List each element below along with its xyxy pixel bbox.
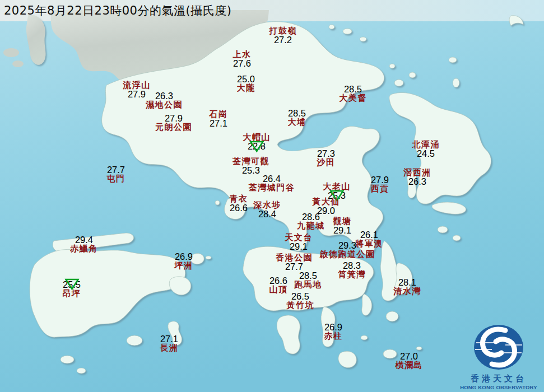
station-name: 深水埗 <box>253 201 281 209</box>
station-value: 27.1 <box>210 119 228 128</box>
station-name: 大美督 <box>339 94 367 102</box>
station-label: 26.6山頂 <box>269 276 288 294</box>
station-name: 山頂 <box>269 286 288 294</box>
station-value: 26.3 <box>146 91 183 101</box>
station-name: 清水灣 <box>393 287 421 296</box>
station-value: 28.5 <box>288 109 306 118</box>
station-value: 26.4 <box>249 174 295 184</box>
station-name: 打鼓嶺 <box>269 27 297 35</box>
station-value: 27.1 <box>160 334 179 344</box>
hko-logo: 香港天文台 HONG KONG OBSERVATORY <box>457 324 541 391</box>
station-name: 黃大仙 <box>312 198 340 206</box>
station-label: 29.3啟德跑道公園 <box>320 241 375 259</box>
station-name: 西貢 <box>371 185 389 193</box>
hko-logo-chinese: 香港天文台 <box>457 374 541 384</box>
station-value: 28.6 <box>297 212 325 222</box>
station-name: 長洲 <box>160 344 179 352</box>
station-value: 26.6 <box>269 276 288 286</box>
station-value: 26.9 <box>175 252 193 262</box>
station-value: 26.6 <box>230 203 248 213</box>
station-name: 香港公園 <box>276 254 313 262</box>
station-label: 打鼓嶺27.2 <box>269 27 297 45</box>
station-value: 27.9 <box>155 114 192 123</box>
station-label: 27.9元朗公園 <box>155 114 192 132</box>
station-name: 元朗公園 <box>155 123 192 132</box>
station-name: 流浮山 <box>123 81 151 90</box>
station-value: 29.1 <box>285 242 313 251</box>
station-label: 觀塘29.1 <box>333 217 352 235</box>
station-name: 荃灣城門谷 <box>249 184 295 192</box>
station-label: 26.5黃竹坑 <box>286 292 314 310</box>
station-name: 觀塘 <box>333 217 352 226</box>
station-label: 25.0大隴 <box>237 74 255 92</box>
station-name: 啟德跑道公園 <box>320 250 375 259</box>
station-label: 北潭涌24.5 <box>412 141 440 158</box>
station-label: 天文台29.1 <box>285 234 313 251</box>
station-label: 26.3濕地公園 <box>146 91 183 109</box>
station-name: 青衣 <box>230 195 248 203</box>
station-name: 屯門 <box>107 175 125 183</box>
station-label: 27.1長洲 <box>160 334 179 352</box>
hko-logo-icon <box>472 324 526 371</box>
station-name: 滘西洲 <box>403 169 431 177</box>
station-label: 27.9西貢 <box>371 175 389 193</box>
temperature-map-screen: 2025年8月22日23時00分的氣溫(攝氏度) 打鼓嶺27.2上水27.625… <box>0 0 544 392</box>
station-value: 29.4 <box>70 235 98 245</box>
station-value: 27.6 <box>233 59 252 68</box>
station-value: 26.3 <box>403 177 431 186</box>
station-label: 27.3沙田 <box>317 149 336 167</box>
station-label: 26.9坪洲 <box>175 252 193 270</box>
station-label: 石崗27.1 <box>210 110 228 128</box>
station-name: 沙田 <box>317 158 336 167</box>
station-name: 赤鱲角 <box>70 245 98 253</box>
station-value: 28.5 <box>294 271 322 281</box>
hko-logo-english: HONG KONG OBSERVATORY <box>457 384 541 391</box>
station-name: 筲箕灣 <box>338 270 366 279</box>
station-label: 大帽山22.8 <box>243 133 271 151</box>
station-value: 26.5 <box>286 292 314 301</box>
station-name: 北潭涌 <box>412 141 440 149</box>
station-name: 赤柱 <box>324 332 343 340</box>
station-label: 26.4荃灣城門谷 <box>249 174 295 192</box>
station-label: 27.7屯門 <box>107 165 125 183</box>
station-name: 九龍城 <box>297 222 325 230</box>
station-label: 29.4赤鱲角 <box>70 235 98 253</box>
station-label: 荃灣可觀25.3 <box>233 157 269 175</box>
station-label: 28.5大埔 <box>288 109 306 127</box>
station-label: 青衣26.6 <box>230 195 248 213</box>
station-label: 上水27.6 <box>233 50 252 68</box>
station-name: 荃灣可觀 <box>233 157 269 166</box>
station-value: 28.5 <box>339 85 367 94</box>
station-label: 27.0橫瀾島 <box>395 352 423 370</box>
station-name: 濕地公園 <box>146 101 183 109</box>
station-name: 大埔 <box>288 118 306 127</box>
station-label: 28.5跑馬地 <box>294 271 322 289</box>
station-value: 27.3 <box>317 149 336 158</box>
station-label: 滘西洲26.3 <box>403 169 431 186</box>
station-label: 香港公園27.7 <box>276 254 313 272</box>
station-value: 25.0 <box>237 74 255 84</box>
station-label: 28.6九龍城 <box>297 212 325 230</box>
station-label: 25.5昂坪 <box>63 280 81 298</box>
station-value: 28.3 <box>338 261 366 270</box>
station-value: 27.2 <box>269 35 297 45</box>
station-name: 橫瀾島 <box>395 361 423 370</box>
station-label: 深水埗28.4 <box>253 201 281 219</box>
station-label: 28.3筲箕灣 <box>338 261 366 279</box>
station-name: 天文台 <box>285 234 313 242</box>
station-value: 24.5 <box>412 149 440 158</box>
station-name: 石崗 <box>210 110 228 119</box>
station-name: 上水 <box>233 50 252 59</box>
station-name: 大隴 <box>237 84 255 92</box>
station-value: 27.0 <box>395 352 423 361</box>
station-label: 28.5大美督 <box>339 85 367 102</box>
station-label: 26.9赤柱 <box>324 323 343 340</box>
station-value: 27.9 <box>371 175 389 185</box>
station-name: 跑馬地 <box>294 281 322 289</box>
station-value: 28.1 <box>393 278 421 287</box>
station-label: 28.1清水灣 <box>393 278 421 296</box>
station-value: 28.4 <box>253 209 281 219</box>
station-value: 27.7 <box>107 165 125 175</box>
station-value: 26.9 <box>324 323 343 332</box>
station-value: 25.5 <box>63 280 81 290</box>
